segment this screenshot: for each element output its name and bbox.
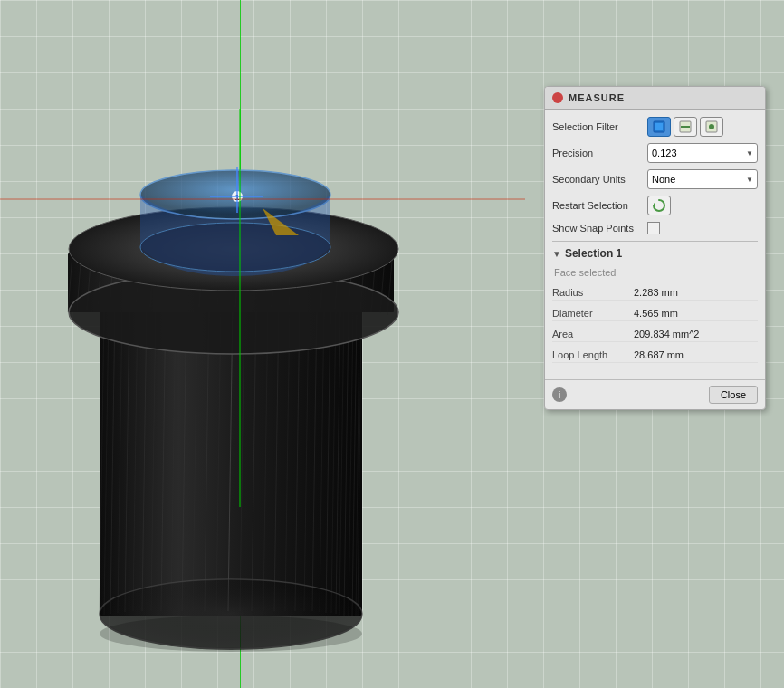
precision-label: Precision	[552, 148, 647, 158]
show-snap-points-checkbox[interactable]	[647, 222, 660, 234]
precision-row: Precision 0.123 ▼	[552, 143, 758, 163]
filter-buttons	[647, 117, 758, 137]
svg-marker-84	[654, 203, 656, 205]
loop-length-row: Loop Length 28.687 mm	[552, 348, 758, 363]
radius-row: Radius 2.283 mm	[552, 285, 758, 301]
selection-filter-label: Selection Filter	[552, 121, 647, 132]
secondary-units-row: Secondary Units None ▼	[552, 169, 758, 189]
diameter-row: Diameter 4.565 mm	[552, 306, 758, 321]
restart-selection-row: Restart Selection	[552, 196, 758, 215]
section-toggle-icon[interactable]: ▼	[552, 249, 561, 259]
selection-section-header: ▼ Selection 1	[552, 247, 758, 260]
panel-header: MEASURE	[545, 87, 765, 110]
info-icon-symbol: i	[559, 390, 560, 400]
diameter-label: Diameter	[552, 308, 634, 319]
diameter-value: 4.565 mm	[634, 308, 678, 319]
secondary-units-value: None	[652, 174, 675, 185]
snap-points-control	[647, 222, 758, 234]
3d-object: 1	[0, 0, 525, 688]
show-snap-points-label: Show Snap Points	[552, 223, 647, 234]
secondary-units-select[interactable]: None ▼	[647, 169, 758, 189]
radius-value: 2.283 mm	[634, 287, 678, 298]
area-label: Area	[552, 329, 634, 339]
loop-length-value: 28.687 mm	[634, 349, 684, 360]
panel-title: MEASURE	[569, 92, 625, 103]
point-filter-icon	[705, 120, 718, 133]
panel-footer: i Close	[545, 379, 765, 409]
show-snap-points-row: Show Snap Points	[552, 222, 758, 234]
precision-select[interactable]: 0.123 ▼	[647, 143, 758, 163]
restart-selection-button[interactable]	[647, 196, 671, 215]
secondary-units-control: None ▼	[647, 169, 758, 189]
viewport: 1 MEASURE Selection Filter	[0, 0, 784, 688]
filter-btn-point[interactable]	[700, 117, 723, 137]
area-value: 209.834 mm^2	[634, 329, 699, 339]
filter-btn-edge[interactable]	[674, 117, 697, 137]
secondary-units-arrow: ▼	[746, 176, 753, 184]
section-title: Selection 1	[565, 247, 622, 260]
close-button[interactable]: Close	[709, 386, 758, 404]
selection-filter-row: Selection Filter	[552, 117, 758, 137]
svg-rect-79	[655, 123, 663, 130]
precision-control: 0.123 ▼	[647, 143, 758, 163]
area-row: Area 209.834 mm^2	[552, 327, 758, 342]
panel-divider	[552, 241, 758, 242]
info-button[interactable]: i	[552, 387, 567, 402]
svg-point-83	[709, 124, 714, 129]
svg-point-77	[100, 616, 362, 652]
face-selected-label: Face selected	[552, 267, 758, 278]
precision-arrow: ▼	[746, 149, 753, 158]
loop-length-label: Loop Length	[552, 349, 634, 360]
secondary-units-label: Secondary Units	[552, 174, 647, 185]
restart-selection-control	[647, 196, 758, 215]
face-filter-icon	[653, 120, 665, 133]
precision-value: 0.123	[652, 148, 677, 158]
panel-header-icon	[552, 92, 563, 103]
restart-selection-label: Restart Selection	[552, 200, 647, 211]
edge-filter-icon	[679, 120, 692, 133]
panel-body: Selection Filter	[545, 110, 765, 376]
filter-btn-face[interactable]	[647, 117, 671, 137]
radius-label: Radius	[552, 287, 634, 298]
measure-panel: MEASURE Selection Filter	[544, 86, 766, 410]
restart-icon	[652, 198, 666, 213]
